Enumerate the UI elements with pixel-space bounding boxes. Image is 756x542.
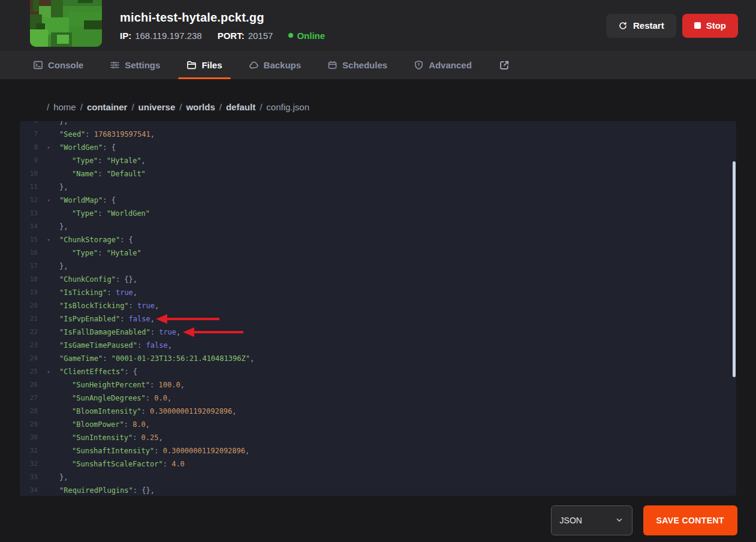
- fold-spacer: [38, 392, 59, 405]
- nav-tabbar: ConsoleSettingsFilesBackupsSchedulesAdva…: [0, 51, 756, 79]
- line-number: 25: [20, 365, 38, 378]
- tab-label: Settings: [125, 60, 160, 70]
- code-line: 23"IsGameTimePaused": false,: [20, 339, 736, 352]
- code-line: 18"ChunkConfig": {},: [20, 273, 736, 286]
- console-icon: [33, 60, 43, 70]
- line-number: 24: [20, 352, 38, 365]
- line-number: 29: [20, 418, 38, 431]
- line-number: 27: [20, 392, 38, 405]
- status-text: Online: [297, 31, 325, 41]
- code-line: 29"BloomPower": 8.0,: [20, 418, 736, 431]
- fold-spacer: [38, 378, 59, 392]
- tab-backups[interactable]: Backups: [249, 51, 302, 79]
- fold-spacer: [38, 180, 59, 194]
- fold-arrow-icon[interactable]: ▾: [38, 141, 59, 154]
- fold-spacer: [38, 431, 59, 444]
- fold-spacer: [38, 457, 59, 471]
- line-number: 23: [20, 339, 38, 352]
- editor-footer: JSON SAVE CONTENT: [0, 496, 756, 535]
- line-number: 20: [20, 299, 38, 312]
- code-line: 7"Seed": 1768319597541,: [20, 128, 736, 141]
- line-number: 19: [20, 286, 38, 299]
- main-content: /home/container/universe/worlds/default/…: [0, 79, 756, 542]
- line-number: 30: [20, 431, 38, 444]
- fold-spacer: [38, 418, 59, 431]
- fold-arrow-icon[interactable]: ▾: [38, 233, 59, 246]
- fold-spacer: [38, 312, 59, 326]
- line-number: 33: [20, 471, 38, 484]
- breadcrumb-segment-container[interactable]: container: [87, 102, 128, 112]
- chevron-down-icon: [615, 516, 624, 526]
- code-text: "ChunkStorage": {: [59, 233, 736, 246]
- port-value: 20157: [248, 31, 273, 41]
- code-line: 8▾"WorldGen": {: [20, 141, 736, 154]
- stop-button[interactable]: Stop: [682, 14, 738, 38]
- code-text: "SunIntensity": 0.25,: [59, 431, 736, 444]
- server-title: michi-test-hytale.pckt.gg: [120, 11, 325, 25]
- fold-spacer: [38, 260, 59, 273]
- breadcrumb-segment-default[interactable]: default: [226, 102, 255, 112]
- code-text: "RequiredPlugins": {},: [59, 484, 736, 496]
- code-editor[interactable]: 6},7"Seed": 1768319597541,8▾"WorldGen": …: [20, 121, 736, 496]
- line-number: 32: [20, 457, 38, 471]
- tab-settings[interactable]: Settings: [110, 51, 160, 79]
- line-number: 12: [20, 194, 38, 207]
- line-number: 17: [20, 260, 38, 273]
- fold-spacer: [38, 339, 59, 352]
- breadcrumb-separator: /: [131, 102, 134, 112]
- code-text: "IsFallDamageEnabled": true,: [59, 326, 736, 339]
- line-number: 10: [20, 167, 38, 180]
- external-link-icon[interactable]: [499, 51, 510, 79]
- tab-schedules[interactable]: Schedules: [327, 51, 387, 79]
- code-line: 13"Type": "WorldGen": [20, 207, 736, 220]
- fold-arrow-icon[interactable]: ▾: [38, 194, 59, 207]
- fold-spacer: [38, 352, 59, 365]
- line-number: 6: [20, 121, 38, 128]
- tab-console[interactable]: Console: [33, 51, 83, 79]
- ip-label: IP:: [120, 31, 131, 41]
- code-text: "ClientEffects": {: [59, 365, 736, 378]
- save-content-button[interactable]: SAVE CONTENT: [643, 505, 737, 535]
- breadcrumb-segment-worlds[interactable]: worlds: [186, 102, 215, 112]
- line-number: 9: [20, 154, 38, 167]
- fold-spacer: [38, 471, 59, 484]
- code-text: "SunAngleDegrees": 0.0,: [59, 392, 736, 405]
- fold-spacer: [38, 220, 59, 233]
- fold-spacer: [38, 246, 59, 260]
- breadcrumb-separator: /: [260, 102, 262, 112]
- code-text: "Type": "Hytale": [59, 246, 736, 260]
- tab-label: Console: [48, 60, 83, 70]
- code-text: "Name": "Default": [59, 167, 736, 180]
- fold-spacer: [38, 273, 59, 286]
- fold-spacer: [38, 154, 59, 167]
- calendar-icon: [327, 60, 338, 70]
- fold-spacer: [38, 207, 59, 220]
- code-text: "Seed": 1768319597541,: [59, 128, 736, 141]
- shield-icon: [414, 60, 424, 70]
- line-number: 8: [20, 141, 38, 154]
- breadcrumb-segment-config-json[interactable]: config.json: [266, 102, 309, 112]
- code-line: 6},: [20, 121, 736, 128]
- editor-scrollbar[interactable]: [733, 161, 736, 377]
- tab-files[interactable]: Files: [186, 51, 222, 79]
- fold-spacer: [38, 286, 59, 299]
- tab-advanced[interactable]: Advanced: [414, 51, 472, 79]
- code-line: 27"SunAngleDegrees": 0.0,: [20, 392, 736, 405]
- line-number: 31: [20, 444, 38, 457]
- line-number: 16: [20, 246, 38, 260]
- code-text: "SunHeightPercent": 100.0,: [59, 378, 736, 392]
- code-line: 10"Name": "Default": [20, 167, 736, 180]
- code-text: "SunshaftIntensity": 0.30000001192092896…: [59, 444, 736, 457]
- code-text: "BloomPower": 8.0,: [59, 418, 736, 431]
- restart-button[interactable]: Restart: [606, 14, 676, 38]
- line-number: 22: [20, 326, 38, 339]
- breadcrumb-segment-home[interactable]: home: [53, 102, 76, 112]
- line-number: 14: [20, 220, 38, 233]
- code-line: 28"BloomIntensity": 0.30000001192092896,: [20, 405, 736, 418]
- code-line: 17},: [20, 260, 736, 273]
- settings-icon: [110, 60, 120, 70]
- code-text: "WorldMap": {: [59, 194, 736, 207]
- breadcrumb-segment-universe[interactable]: universe: [138, 102, 176, 112]
- fold-arrow-icon[interactable]: ▾: [38, 365, 59, 378]
- format-select[interactable]: JSON: [551, 505, 632, 535]
